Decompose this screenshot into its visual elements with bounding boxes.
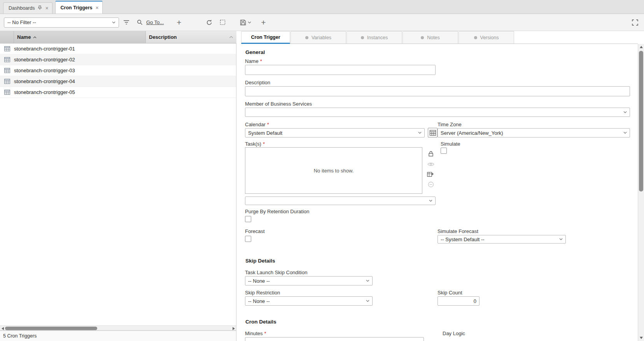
row-name: stonebranch-crontrigger-01 bbox=[14, 46, 75, 52]
dot-icon bbox=[361, 36, 364, 39]
forecast-label: Forecast bbox=[245, 228, 265, 234]
simulate-forecast-value: -- System Default -- bbox=[441, 237, 485, 242]
sort-ascending-icon bbox=[33, 36, 37, 38]
tab-versions-label: Versions bbox=[480, 35, 499, 40]
row-name: stonebranch-crontrigger-03 bbox=[14, 68, 75, 73]
lock-button[interactable] bbox=[427, 150, 435, 158]
chevron-down-icon bbox=[429, 200, 432, 202]
general-heading: General bbox=[245, 49, 265, 55]
pin-icon[interactable] bbox=[38, 5, 42, 11]
scroll-down-arrow[interactable] bbox=[638, 335, 644, 341]
search-icon bbox=[137, 19, 143, 25]
fullscreen-icon bbox=[632, 19, 638, 26]
table-row[interactable]: stonebranch-crontrigger-05 bbox=[0, 87, 236, 98]
trigger-list-pane: Name Description stonebranch-crontrigger… bbox=[0, 31, 236, 341]
business-services-combobox[interactable] bbox=[245, 108, 630, 117]
tab-dashboards-label: Dashboards bbox=[9, 5, 35, 11]
cron-trigger-form: General Name Description Member of Busin… bbox=[241, 44, 638, 341]
save-icon bbox=[240, 19, 246, 26]
calendar-value: System Default bbox=[248, 130, 282, 136]
horizontal-scroll-thumb[interactable] bbox=[5, 327, 97, 330]
forecast-checkbox[interactable] bbox=[245, 236, 251, 242]
status-bar: 5 Cron Triggers bbox=[0, 331, 236, 341]
skip-count-input[interactable] bbox=[438, 296, 480, 306]
vertical-scroll-thumb[interactable] bbox=[639, 51, 643, 191]
filter-icon[interactable] bbox=[121, 17, 131, 28]
chevron-down-icon bbox=[248, 21, 251, 24]
vertical-scrollbar[interactable] bbox=[638, 44, 644, 341]
detail-tab-strip: Cron Trigger Variables Instances Notes V… bbox=[241, 31, 638, 44]
row-name: stonebranch-crontrigger-02 bbox=[14, 57, 75, 63]
add-button[interactable]: + bbox=[174, 17, 184, 28]
timezone-combobox[interactable]: Server (America/New_York) bbox=[438, 128, 630, 137]
dashed-square-icon bbox=[220, 19, 226, 25]
expand-button[interactable] bbox=[217, 17, 228, 28]
trigger-table-icon bbox=[0, 90, 14, 95]
detail-add-button[interactable]: + bbox=[258, 17, 268, 28]
filter-combobox[interactable]: -- No Filter -- bbox=[4, 17, 119, 28]
tab-cron-trigger[interactable]: Cron Trigger bbox=[241, 31, 290, 44]
add-tasks-button[interactable] bbox=[426, 170, 435, 178]
go-to-button[interactable]: Go To... bbox=[137, 19, 164, 25]
add-table-icon bbox=[427, 171, 434, 177]
tab-instances[interactable]: Instances bbox=[346, 31, 402, 43]
tab-cron-triggers[interactable]: Cron Triggers × bbox=[55, 1, 103, 14]
chevron-down-icon bbox=[366, 280, 369, 282]
plus-icon: + bbox=[177, 18, 181, 26]
calendar-combobox[interactable]: System Default bbox=[245, 128, 425, 137]
skip-restriction-combobox[interactable]: -- None -- bbox=[245, 296, 373, 306]
calendar-details-button[interactable] bbox=[428, 128, 438, 137]
description-column-label: Description bbox=[149, 34, 177, 40]
tab-variables[interactable]: Variables bbox=[290, 31, 346, 43]
tasks-label: Task(s) bbox=[245, 141, 265, 147]
lock-icon bbox=[428, 151, 434, 157]
table-row[interactable]: stonebranch-crontrigger-04 bbox=[0, 76, 236, 87]
name-input[interactable] bbox=[245, 65, 436, 75]
table-row[interactable]: stonebranch-crontrigger-03 bbox=[0, 65, 236, 76]
dot-icon bbox=[474, 36, 477, 39]
save-menu-button[interactable] bbox=[240, 19, 251, 26]
remove-tasks-button[interactable] bbox=[427, 180, 435, 189]
minutes-input[interactable] bbox=[245, 337, 424, 341]
day-logic-label: Day Logic bbox=[443, 331, 465, 336]
tab-notes[interactable]: Notes bbox=[402, 31, 458, 43]
skip-count-label: Skip Count bbox=[438, 290, 462, 296]
gutter-column-header[interactable] bbox=[0, 31, 14, 43]
refresh-button[interactable] bbox=[204, 17, 214, 28]
go-to-label: Go To... bbox=[146, 19, 164, 25]
table-row[interactable]: stonebranch-crontrigger-01 bbox=[0, 43, 236, 54]
horizontal-scrollbar[interactable] bbox=[0, 325, 236, 331]
name-label: Name bbox=[245, 58, 262, 64]
name-column-header[interactable]: Name bbox=[14, 31, 146, 43]
timezone-label: Time Zone bbox=[438, 122, 462, 127]
trigger-table-icon bbox=[0, 46, 14, 51]
close-icon[interactable]: × bbox=[45, 5, 48, 11]
business-services-label: Member of Business Services bbox=[245, 101, 312, 107]
preview-button[interactable] bbox=[427, 160, 435, 169]
header-menu-icon[interactable] bbox=[229, 36, 233, 38]
chevron-down-icon bbox=[559, 238, 563, 240]
skip-condition-label: Task Launch Skip Condition bbox=[245, 270, 307, 275]
tasks-combobox[interactable] bbox=[245, 197, 436, 205]
tab-instances-label: Instances bbox=[367, 35, 388, 40]
cron-details-heading: Cron Details bbox=[245, 319, 276, 325]
trigger-table-icon bbox=[0, 57, 14, 62]
description-column-header[interactable]: Description bbox=[146, 31, 236, 43]
refresh-icon bbox=[206, 19, 212, 26]
table-row[interactable]: stonebranch-crontrigger-02 bbox=[0, 54, 236, 65]
tasks-listbox[interactable]: No items to show. bbox=[245, 147, 422, 194]
description-input[interactable] bbox=[245, 86, 630, 96]
scroll-up-arrow[interactable] bbox=[638, 44, 644, 50]
simulate-checkbox[interactable] bbox=[441, 148, 447, 154]
main-tab-bar: Dashboards × Cron Triggers × bbox=[0, 0, 644, 14]
skip-condition-combobox[interactable]: -- None -- bbox=[245, 276, 373, 285]
purge-checkbox[interactable] bbox=[245, 216, 251, 222]
close-icon[interactable]: × bbox=[96, 5, 99, 10]
tab-versions[interactable]: Versions bbox=[458, 31, 514, 43]
purge-label: Purge By Retention Duration bbox=[245, 209, 309, 214]
dot-icon bbox=[421, 36, 424, 39]
fullscreen-button[interactable] bbox=[630, 17, 640, 28]
simulate-forecast-combobox[interactable]: -- System Default -- bbox=[438, 235, 566, 244]
tab-dashboards[interactable]: Dashboards × bbox=[3, 2, 52, 14]
plus-icon: + bbox=[261, 18, 266, 26]
